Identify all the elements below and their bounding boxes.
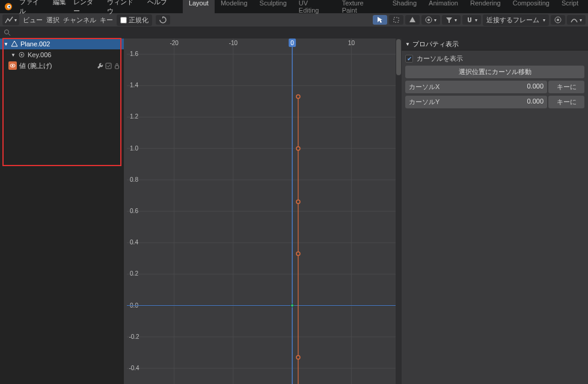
menu-render[interactable]: レンダー xyxy=(73,0,100,16)
search-icon xyxy=(4,29,11,36)
disclosure-triangle-icon[interactable]: ▼ xyxy=(4,42,8,47)
object-label: Plane.002 xyxy=(20,40,51,48)
outliner-channel-row[interactable]: 値 (腕上げ) xyxy=(0,60,124,71)
box-select-icon xyxy=(393,16,400,23)
cursor-to-selection-button[interactable]: 選択位置にカーソル移動 xyxy=(405,66,584,78)
eye-icon xyxy=(10,63,16,69)
mesh-icon xyxy=(11,40,18,48)
mute-checkbox-icon[interactable] xyxy=(105,63,112,69)
sidebar-panel-header[interactable]: ▼ プロパティ表示 xyxy=(402,39,588,51)
chevron-down-icon: ▾ xyxy=(14,17,17,23)
chevron-down-icon: ▾ xyxy=(543,17,545,23)
menu-select[interactable]: 選択 xyxy=(46,16,60,25)
svg-text:0.2: 0.2 xyxy=(130,270,138,277)
graph-editor-viewport[interactable]: -20-10010-0.4-0.20.00.20.40.60.81.01.21.… xyxy=(124,39,402,384)
cursor-y-field[interactable]: カーソルY 0.000 xyxy=(405,96,547,108)
menu-file[interactable]: ファイル xyxy=(19,0,46,16)
filter-dropdown[interactable]: ▾ xyxy=(442,15,461,25)
menu-edit[interactable]: 編集 xyxy=(53,0,66,16)
tab-uv-editing[interactable]: UV Editing xyxy=(293,0,336,16)
wrench-icon[interactable] xyxy=(97,63,103,69)
editor-type-dropdown[interactable]: ▾ xyxy=(2,14,19,25)
tab-compositing[interactable]: Compositing xyxy=(507,0,556,16)
snap-target-label: 近接するフレーム xyxy=(486,16,539,25)
falloff-icon xyxy=(571,16,578,23)
tab-texture-paint[interactable]: Texture Paint xyxy=(336,0,387,16)
graph-vertical-scrollbar[interactable] xyxy=(396,39,402,384)
svg-point-53 xyxy=(296,147,300,150)
channel-list-panel: ▼ Plane.002 ▼ Key.006 値 (腕上げ) xyxy=(0,39,124,384)
svg-text:10: 10 xyxy=(348,40,355,46)
outliner-key-row[interactable]: ▼ Key.006 xyxy=(0,49,124,60)
tab-sculpting[interactable]: Sculpting xyxy=(254,0,293,16)
svg-text:0.6: 0.6 xyxy=(130,208,138,214)
select-tool-button[interactable] xyxy=(373,15,387,25)
svg-point-54 xyxy=(296,200,300,203)
outliner-object-row[interactable]: ▼ Plane.002 xyxy=(0,39,124,49)
ghost-curves-button[interactable] xyxy=(405,15,420,25)
menu-window[interactable]: ウィンドウ xyxy=(107,0,140,16)
falloff-dropdown[interactable]: ▾ xyxy=(567,15,586,25)
tab-animation[interactable]: Animation xyxy=(423,0,464,16)
channel-search-row xyxy=(0,26,588,39)
svg-point-52 xyxy=(296,95,300,99)
show-cursor-checkbox-row[interactable]: ✔ カーソルを表示 xyxy=(405,54,584,63)
key-label: Key.006 xyxy=(28,51,52,58)
scrollbar-thumb[interactable] xyxy=(396,39,401,75)
filter-icon xyxy=(446,16,453,23)
svg-text:-20: -20 xyxy=(170,40,179,46)
tab-scripting[interactable]: Script xyxy=(556,0,584,16)
cursor-x-field[interactable]: カーソルX 0.000 xyxy=(405,81,547,93)
cursor-x-key-button[interactable]: キーに xyxy=(548,81,584,93)
top-menubar: ファイル 編集 レンダー ウィンドウ ヘルプ Layout Modeling S… xyxy=(0,0,588,13)
svg-point-8 xyxy=(5,30,9,34)
lock-icon[interactable] xyxy=(114,63,120,69)
cursor-icon xyxy=(376,16,384,23)
snap-mode-dropdown[interactable]: ▾ xyxy=(462,15,481,25)
normalize-toggle[interactable]: 正規化 xyxy=(117,14,152,26)
svg-point-57 xyxy=(291,304,294,307)
svg-rect-15 xyxy=(115,66,119,69)
box-select-button[interactable] xyxy=(389,15,403,25)
workspace-tabs: Layout Modeling Sculpting UV Editing Tex… xyxy=(183,0,584,16)
normalize-label: 正規化 xyxy=(129,16,149,25)
menu-help[interactable]: ヘルプ xyxy=(147,0,167,16)
proportional-edit-button[interactable] xyxy=(551,15,565,25)
svg-text:1.4: 1.4 xyxy=(130,82,138,88)
warning-icon xyxy=(409,16,416,23)
snap-target-dropdown[interactable]: 近接するフレーム▾ xyxy=(483,14,549,26)
properties-sidebar: ▼ プロパティ表示 ✔ カーソルを表示 選択位置にカーソル移動 カーソルX 0.… xyxy=(402,39,588,384)
main-menus: ファイル 編集 レンダー ウィンドウ ヘルプ xyxy=(19,0,167,16)
svg-point-7 xyxy=(557,19,559,21)
tab-layout[interactable]: Layout xyxy=(183,0,215,16)
svg-text:-0.2: -0.2 xyxy=(129,333,139,340)
channel-search-input[interactable] xyxy=(13,28,109,37)
disclosure-triangle-icon[interactable]: ▼ xyxy=(11,52,16,58)
svg-text:1.0: 1.0 xyxy=(130,145,138,152)
tab-modeling[interactable]: Modeling xyxy=(215,0,254,16)
sidebar-empty-area xyxy=(402,112,588,384)
menu-channel[interactable]: チャンネル xyxy=(63,16,96,25)
normalize-checkbox[interactable] xyxy=(120,17,127,23)
cursor-y-key-button[interactable]: キーに xyxy=(548,96,584,108)
auto-normalize-button[interactable] xyxy=(156,15,170,25)
checkbox-checked-icon[interactable]: ✔ xyxy=(405,55,413,63)
tab-rendering[interactable]: Rendering xyxy=(464,0,507,16)
menu-key[interactable]: キー xyxy=(100,16,113,25)
pivot-icon xyxy=(425,16,432,23)
chevron-down-icon: ▾ xyxy=(434,17,436,23)
disclosure-triangle-icon: ▼ xyxy=(405,42,410,47)
chevron-down-icon: ▾ xyxy=(580,17,582,23)
sidebar-panel-body: ✔ カーソルを表示 選択位置にカーソル移動 カーソルX 0.000 キーに カー… xyxy=(402,51,588,112)
tab-shading[interactable]: Shading xyxy=(387,0,423,16)
cursor-y-label: カーソルY xyxy=(409,98,439,107)
pivot-dropdown[interactable]: ▾ xyxy=(421,15,440,25)
svg-text:-10: -10 xyxy=(229,40,238,46)
menu-view[interactable]: ビュー xyxy=(23,16,43,25)
cursor-x-label: カーソルX xyxy=(409,82,439,91)
chevron-down-icon: ▾ xyxy=(455,17,457,23)
cursor-x-value: 0.000 xyxy=(527,82,544,91)
show-cursor-label: カーソルを表示 xyxy=(417,54,463,63)
cursor-y-value: 0.000 xyxy=(527,98,544,107)
svg-text:1.2: 1.2 xyxy=(130,113,138,120)
